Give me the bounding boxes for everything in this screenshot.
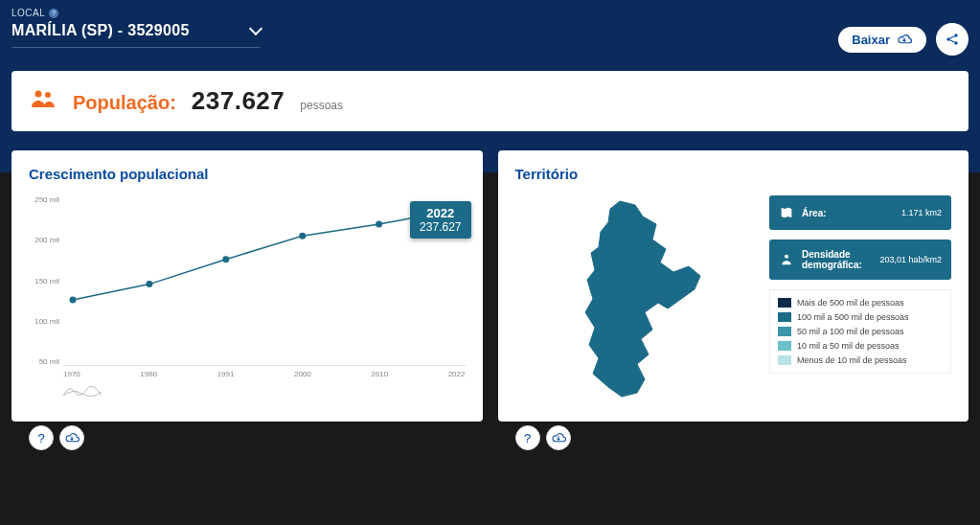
- cloud-download-icon: [63, 431, 80, 445]
- help-icon[interactable]: ?: [49, 9, 58, 18]
- svg-point-8: [299, 233, 306, 240]
- sparkline-icon[interactable]: [63, 382, 102, 398]
- share-button[interactable]: [936, 23, 969, 56]
- header-actions: Baixar: [838, 23, 969, 56]
- territory-actions: ?: [515, 425, 571, 450]
- legend-swatch: [778, 312, 791, 322]
- legend-swatch: [778, 298, 791, 308]
- growth-title: Crescimento populacional: [29, 166, 466, 182]
- area-box: Área: 1.171 km2: [769, 195, 951, 230]
- cloud-download-icon: [896, 33, 913, 46]
- legend-item: 10 mil a 50 mil de pessoas: [778, 341, 943, 351]
- y-axis-ticks: 50 mil 100 mil 150 mil 200 mil 250 mil: [29, 195, 63, 366]
- growth-chart: 50 mil 100 mil 150 mil 200 mil 250 mil 2…: [29, 195, 466, 387]
- growth-download-button[interactable]: [59, 425, 84, 450]
- territory-help-button[interactable]: ?: [515, 425, 540, 450]
- chevron-down-icon: [249, 22, 262, 35]
- territory-map[interactable]: [515, 195, 755, 406]
- legend-swatch: [778, 327, 791, 336]
- x-axis-ticks: 1970 1980 1991 2000 2010 2022: [63, 366, 466, 378]
- map-icon: [779, 205, 794, 220]
- download-label: Baixar: [852, 33, 890, 47]
- population-value: 237.627: [192, 86, 285, 116]
- map-legend: Mais de 500 mil de pessoas100 mil a 500 …: [769, 289, 951, 374]
- local-label: LOCAL ?: [11, 8, 969, 18]
- population-label: População:: [73, 92, 176, 114]
- legend-item: 100 mil a 500 mil de pessoas: [778, 312, 943, 322]
- population-unit: pessoas: [300, 99, 343, 112]
- legend-item: Mais de 500 mil de pessoas: [778, 298, 943, 308]
- territory-download-button[interactable]: [546, 425, 571, 450]
- chart-tooltip: 2022 237.627: [410, 201, 470, 239]
- svg-point-7: [222, 256, 229, 262]
- legend-label: 50 mil a 100 mil de pessoas: [797, 327, 904, 336]
- cloud-download-icon: [550, 431, 567, 445]
- legend-swatch: [778, 355, 791, 365]
- locality-selector[interactable]: MARÍLIA (SP) - 3529005: [11, 18, 261, 48]
- share-icon: [945, 32, 960, 47]
- map-shape: [585, 201, 700, 397]
- legend-label: 100 mil a 500 mil de pessoas: [797, 312, 909, 322]
- line-chart-svg: [63, 195, 466, 365]
- growth-help-button[interactable]: ?: [29, 425, 54, 450]
- territory-panel: Território Área: 1.171 km2: [498, 150, 969, 422]
- legend-item: 50 mil a 100 mil de pessoas: [778, 327, 943, 336]
- page-header: LOCAL ? MARÍLIA (SP) - 3529005 Baixar: [0, 0, 980, 48]
- population-card: População: 237.627 pessoas: [11, 71, 969, 131]
- territory-title: Território: [515, 166, 952, 182]
- growth-actions: ?: [29, 425, 84, 450]
- svg-point-6: [146, 281, 152, 287]
- legend-label: 10 mil a 50 mil de pessoas: [797, 341, 900, 351]
- people-icon: [31, 88, 57, 109]
- density-box: Densidade demográfica: 203,01 hab/km2: [769, 240, 951, 280]
- growth-panel: Crescimento populacional 50 mil 100 mil …: [11, 150, 483, 422]
- panels-row: Crescimento populacional 50 mil 100 mil …: [0, 131, 980, 429]
- svg-point-5: [69, 296, 76, 303]
- download-button[interactable]: Baixar: [838, 27, 926, 53]
- legend-label: Menos de 10 mil de pessoas: [797, 355, 907, 365]
- legend-label: Mais de 500 mil de pessoas: [797, 298, 904, 308]
- territory-info: Área: 1.171 km2 Densidade demográfica: 2…: [769, 195, 951, 406]
- svg-point-3: [35, 91, 42, 98]
- legend-swatch: [778, 341, 791, 351]
- locality-name: MARÍLIA (SP) - 3529005: [11, 22, 190, 39]
- legend-item: Menos de 10 mil de pessoas: [778, 355, 943, 365]
- svg-point-9: [376, 220, 382, 227]
- density-icon: [779, 252, 794, 267]
- svg-point-4: [45, 92, 51, 98]
- svg-point-11: [785, 255, 788, 259]
